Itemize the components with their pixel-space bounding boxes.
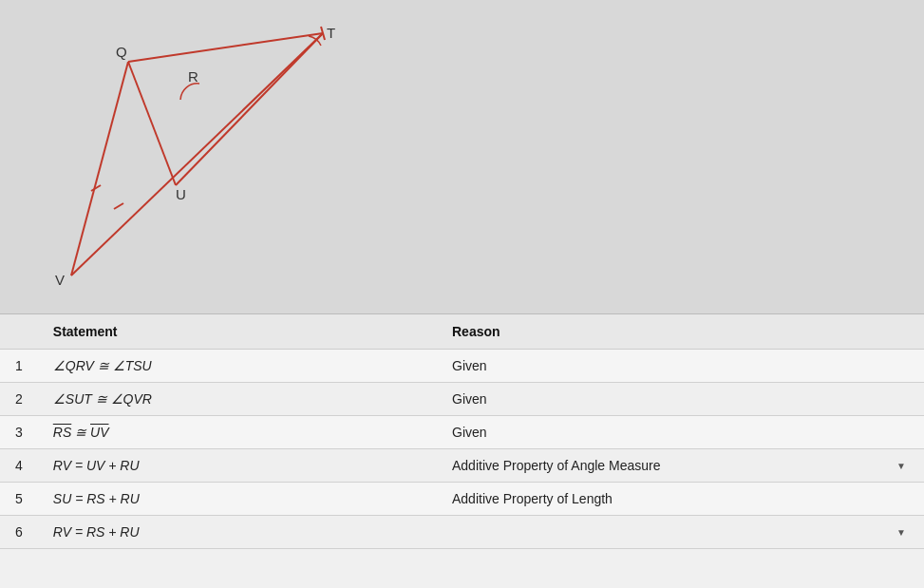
row-3-reason: Given <box>437 416 924 449</box>
row-2-reason: Given <box>437 383 924 416</box>
row-1-reason: Given <box>437 350 924 383</box>
row-6-reason[interactable]: ▼ <box>437 516 924 549</box>
table-row: 4 RV = UV + RU Additive Property of Angl… <box>0 449 924 483</box>
label-T: T <box>327 25 335 41</box>
row-4-num: 4 <box>0 449 38 483</box>
svg-line-4 <box>176 33 323 185</box>
row-4-dropdown-arrow[interactable]: ▼ <box>894 458 909 473</box>
row-2-statement: ∠SUT ≅ ∠QVR <box>38 383 437 416</box>
table-row: 2 ∠SUT ≅ ∠QVR Given <box>0 383 924 416</box>
svg-line-1 <box>71 62 128 275</box>
row-6-num: 6 <box>0 516 38 549</box>
row-4-reason-dropdown[interactable]: Additive Property of Angle Measure ▼ <box>452 458 909 473</box>
proof-table: Statement Reason 1 ∠QRV ≅ ∠TSU Given 2 ∠… <box>0 314 924 549</box>
row-5-num: 5 <box>0 483 38 516</box>
label-R: R <box>188 68 198 85</box>
row-4-reason-text: Additive Property of Angle Measure <box>452 458 660 473</box>
row-2-num: 2 <box>0 383 38 416</box>
table-row: 5 SU = RS + RU Additive Property of Leng… <box>0 483 924 516</box>
proof-table-area: Statement Reason 1 ∠QRV ≅ ∠TSU Given 2 ∠… <box>0 313 924 588</box>
table-row: 6 RV = RS + RU ▼ <box>0 516 924 549</box>
row-5-reason: Additive Property of Length <box>437 483 924 516</box>
label-U: U <box>176 186 186 202</box>
diagram-area: Q R T U V <box>0 0 924 313</box>
row-4-statement: RV = UV + RU <box>38 449 437 483</box>
row-3-statement-congruent: ≅ <box>75 425 90 440</box>
svg-line-2 <box>128 33 323 62</box>
row-6-dropdown-arrow[interactable]: ▼ <box>894 524 909 540</box>
col-reason-header: Reason <box>437 314 924 350</box>
table-row: 3 RS ≅ UV Given <box>0 416 924 449</box>
label-Q: Q <box>116 44 127 60</box>
row-4-reason[interactable]: Additive Property of Angle Measure ▼ <box>437 449 924 483</box>
row-5-statement: SU = RS + RU <box>38 483 437 516</box>
row-1-statement: ∠QRV ≅ ∠TSU <box>38 350 437 383</box>
table-row: 1 ∠QRV ≅ ∠TSU Given <box>0 350 924 383</box>
label-V: V <box>55 272 65 288</box>
row-6-statement: RV = RS + RU <box>38 516 437 549</box>
svg-line-3 <box>128 62 176 185</box>
row-3-num: 3 <box>0 416 38 449</box>
row-3-statement-rs: RS <box>53 425 71 440</box>
col-statement-header: Statement <box>38 314 437 350</box>
col-num-header <box>0 314 38 350</box>
row-1-num: 1 <box>0 350 38 383</box>
table-header-row: Statement Reason <box>0 314 924 350</box>
row-3-statement: RS ≅ UV <box>38 416 437 449</box>
main-container: Q R T U V Statement Reason 1 ∠QRV ≅ ∠TSU <box>0 0 924 588</box>
svg-line-6 <box>114 203 123 209</box>
row-3-statement-uv: UV <box>90 425 108 440</box>
row-6-reason-dropdown[interactable]: ▼ <box>452 524 909 540</box>
geometry-diagram: Q R T U V <box>28 9 389 304</box>
